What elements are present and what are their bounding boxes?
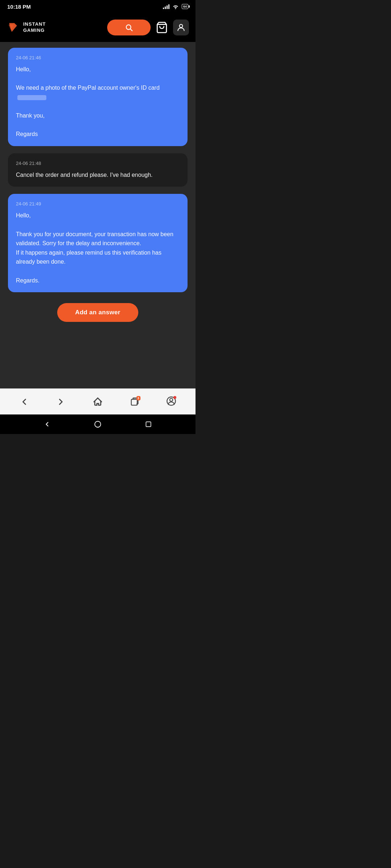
profile-button[interactable] (173, 20, 189, 35)
wifi-icon (172, 4, 179, 9)
forward-button[interactable] (56, 397, 66, 407)
android-recents-button[interactable] (145, 421, 152, 428)
svg-rect-7 (131, 399, 137, 405)
profile-icon (176, 23, 186, 32)
message-text-1: Hello, We need a photo of the PayPal acc… (16, 65, 180, 139)
android-back-icon (43, 421, 51, 428)
status-icons: 64 (163, 4, 188, 9)
battery-icon: 64 (182, 4, 188, 9)
android-recents-icon (145, 421, 152, 428)
profile-nav-button[interactable] (166, 396, 176, 407)
header: INSTANTGAMING (0, 13, 196, 42)
android-nav-bar (0, 414, 196, 434)
android-home-icon (94, 420, 102, 428)
svg-line-4 (130, 29, 132, 31)
android-home-button[interactable] (94, 420, 102, 428)
profile-nav-icon (166, 396, 176, 407)
profile-icon-box (173, 20, 189, 35)
redacted-text (17, 95, 46, 100)
svg-rect-11 (146, 422, 151, 426)
header-actions (156, 20, 189, 35)
forward-icon (56, 397, 66, 407)
svg-point-10 (95, 421, 101, 427)
home-icon (93, 397, 103, 407)
cart-icon (156, 21, 168, 34)
add-answer-button[interactable]: Add an answer (57, 303, 139, 322)
message-text-3: Hello, Thank you for your document, your… (16, 211, 180, 285)
status-time: 10:18 PM (7, 4, 31, 10)
back-button[interactable] (19, 397, 29, 407)
signal-icon (163, 4, 169, 9)
cart-button[interactable] (156, 21, 168, 34)
svg-point-9 (170, 398, 173, 401)
svg-point-0 (175, 8, 176, 9)
message-text-2: Cancel the order and refund please. I've… (16, 170, 180, 180)
message-card-2: 24-06 21:48 Cancel the order and refund … (8, 153, 188, 187)
svg-point-6 (180, 24, 183, 27)
search-icon (125, 24, 133, 31)
browser-nav-bar: 3 (0, 388, 196, 414)
tabs-badge: 3 (130, 397, 140, 407)
main-content: 24-06 21:46 Hello, We need a photo of th… (0, 42, 196, 388)
status-bar: 10:18 PM 64 (0, 0, 196, 13)
message-card-1: 24-06 21:46 Hello, We need a photo of th… (8, 48, 188, 146)
message-timestamp-2: 24-06 21:48 (16, 161, 180, 166)
message-timestamp-3: 24-06 21:49 (16, 201, 180, 207)
android-back-button[interactable] (43, 421, 51, 428)
message-timestamp-1: 24-06 21:46 (16, 55, 180, 60)
search-button[interactable] (107, 20, 151, 35)
tabs-count: 3 (136, 396, 140, 400)
home-button[interactable] (93, 397, 103, 407)
back-icon (19, 397, 29, 407)
message-card-3: 24-06 21:49 Hello, Thank you for your do… (8, 194, 188, 292)
logo-text: INSTANTGAMING (23, 21, 46, 34)
logo-area: INSTANTGAMING (7, 21, 102, 34)
tabs-button[interactable]: 3 (130, 397, 140, 407)
add-answer-area: Add an answer (8, 299, 188, 329)
logo-icon (7, 21, 20, 34)
